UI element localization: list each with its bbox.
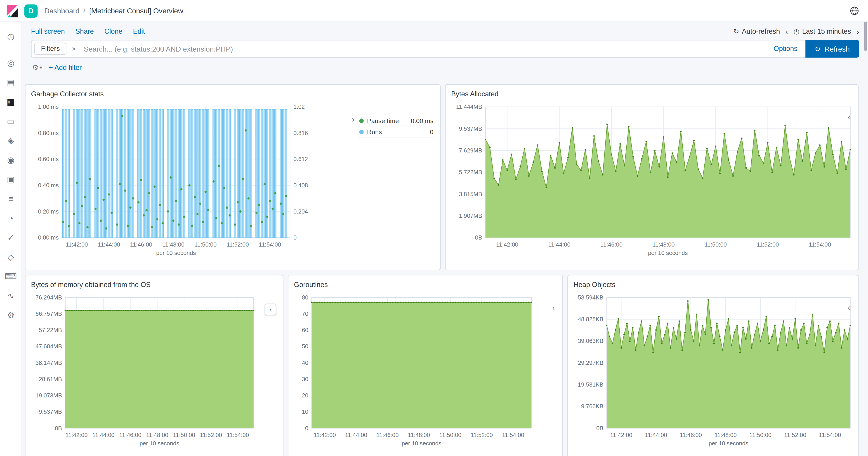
goroutines-chart[interactable]: 8070605040302010011:42:0011:44:0011:46:0…	[293, 290, 559, 456]
logs-icon[interactable]: ≡	[1, 189, 20, 208]
series-marker	[107, 310, 108, 311]
apm-icon[interactable]: ◔	[1, 208, 20, 228]
y-axis-tick-label: 40	[302, 360, 308, 366]
series-marker	[618, 318, 619, 320]
add-filter-link[interactable]: + Add filter	[49, 63, 82, 71]
x-axis-tick-label: 11:50:00	[749, 432, 772, 438]
machine-learning-icon[interactable]: ◉	[1, 150, 20, 170]
x-axis-title: per 10 seconds	[140, 440, 179, 447]
series-marker	[337, 302, 338, 303]
bar-runs	[119, 110, 121, 238]
kibana-logo-icon	[5, 4, 20, 18]
series-marker	[199, 310, 200, 311]
series-marker	[667, 176, 669, 178]
garbage-collector-chart[interactable]: 1.00 ms0.80 ms0.60 ms0.40 ms0.20 ms0.00 …	[30, 99, 348, 265]
search-input[interactable]	[84, 45, 766, 53]
filters-button[interactable]: Filters	[34, 43, 66, 55]
legend-expand-button[interactable]: ‹	[848, 113, 850, 121]
time-forward-button[interactable]: ›	[857, 28, 859, 35]
bar-runs	[111, 110, 113, 238]
bar-runs	[132, 110, 134, 238]
series-marker	[332, 302, 333, 303]
scatter-point	[247, 197, 250, 200]
runs-color-dot	[359, 130, 364, 134]
x-axis-tick-label: 11:50:00	[705, 241, 727, 248]
globe-icon[interactable]	[850, 6, 859, 16]
auto-refresh-control[interactable]: ↻ Auto-refresh	[734, 28, 780, 35]
series-marker	[177, 310, 178, 311]
infrastructure-icon[interactable]: ▣	[1, 169, 20, 189]
series-marker	[361, 302, 362, 303]
breadcrumb-dashboard[interactable]: Dashboard	[44, 6, 80, 15]
series-marker	[812, 314, 813, 315]
series-marker	[737, 325, 738, 326]
series-marker	[392, 302, 393, 303]
series-marker	[638, 332, 639, 333]
bar-runs	[261, 110, 263, 238]
bar-runs	[218, 110, 220, 238]
legend-item-pause-time[interactable]: Pause time 0.00 ms	[358, 115, 434, 126]
refresh-label: Refresh	[825, 45, 850, 53]
time-range-control[interactable]: ◷ Last 15 minutes	[794, 28, 851, 35]
y-axis-tick-label: 47.684MB	[35, 343, 62, 349]
legend-expand-button[interactable]: ‹	[552, 304, 555, 311]
heap-objects-chart[interactable]: 58.594KB48.828KB39.063KB29.297KB19.531KB…	[572, 290, 855, 456]
management-icon[interactable]: ⚙	[1, 305, 20, 324]
series-marker	[845, 168, 846, 170]
refresh-icon: ↻	[815, 45, 821, 53]
visualize-icon[interactable]: ▤	[1, 73, 20, 92]
series-marker	[507, 302, 508, 303]
recently-viewed-icon[interactable]: ◷	[1, 27, 20, 46]
x-axis-tick-label: 11:54:00	[259, 241, 281, 248]
bytes-allocated-chart[interactable]: 11.444MB9.537MB7.629MB5.722MB3.815MB1.90…	[450, 99, 855, 265]
y-axis-tick-label: 48.828KB	[578, 316, 603, 322]
series-marker	[832, 153, 834, 155]
monitoring-icon[interactable]: ∿	[1, 286, 20, 305]
uptime-icon[interactable]: ✓	[1, 228, 20, 247]
x-axis-title: per 10 seconds	[156, 250, 196, 256]
legend-collapse-button[interactable]: ›	[348, 115, 358, 123]
space-avatar[interactable]: D	[24, 4, 38, 18]
dev-tools-icon[interactable]: ⌨	[1, 266, 20, 286]
filter-options-gear-button[interactable]: ⚙ ▾	[32, 63, 42, 72]
series-marker	[528, 302, 529, 303]
y-axis-tick-label: 30	[302, 376, 308, 382]
series-marker	[789, 157, 790, 158]
bar-runs	[127, 110, 129, 238]
bytes-memory-os-chart[interactable]: 76.294MB66.757MB57.22MB47.684MB38.147MB2…	[30, 290, 279, 456]
legend-expand-button[interactable]: ‹	[265, 304, 276, 315]
series-marker	[523, 302, 524, 303]
bar-runs	[76, 110, 78, 238]
series-marker	[368, 302, 370, 303]
series-marker	[143, 310, 145, 311]
legend-item-runs[interactable]: Runs 0	[358, 126, 434, 137]
discover-icon[interactable]: ◎	[1, 53, 20, 73]
scatter-point	[228, 214, 231, 217]
bar-runs	[221, 110, 223, 238]
main-content: Full screenShareCloneEdit ↻ Auto-refresh…	[22, 22, 868, 456]
edit-link[interactable]: Edit	[133, 28, 145, 35]
series-marker	[94, 310, 95, 311]
dashboard-icon[interactable]: ▦	[1, 92, 20, 112]
series-marker	[528, 175, 530, 177]
series-marker	[772, 172, 773, 173]
kibana-logo[interactable]	[0, 4, 24, 18]
time-back-button[interactable]: ‹	[785, 28, 788, 35]
series-marker	[210, 310, 212, 311]
refresh-button[interactable]: ↻ Refresh	[805, 40, 859, 57]
canvas-icon[interactable]: ▭	[1, 111, 20, 131]
maps-icon[interactable]: ◈	[1, 131, 20, 150]
x-axis-tick-label: 11:48:00	[652, 241, 675, 248]
series-marker	[403, 302, 404, 303]
clone-link[interactable]: Clone	[104, 28, 123, 35]
series-marker	[716, 322, 717, 324]
siem-icon[interactable]: ◇	[1, 247, 20, 266]
legend-expand-button[interactable]: ‹	[848, 304, 850, 311]
share-link[interactable]: Share	[75, 28, 94, 35]
series-marker	[598, 160, 599, 162]
options-link[interactable]: Options	[774, 45, 798, 53]
y-axis-tick-label: 50	[302, 343, 308, 349]
full-screen-link[interactable]: Full screen	[31, 28, 65, 35]
series-marker	[741, 138, 742, 139]
scatter-point	[202, 221, 204, 223]
